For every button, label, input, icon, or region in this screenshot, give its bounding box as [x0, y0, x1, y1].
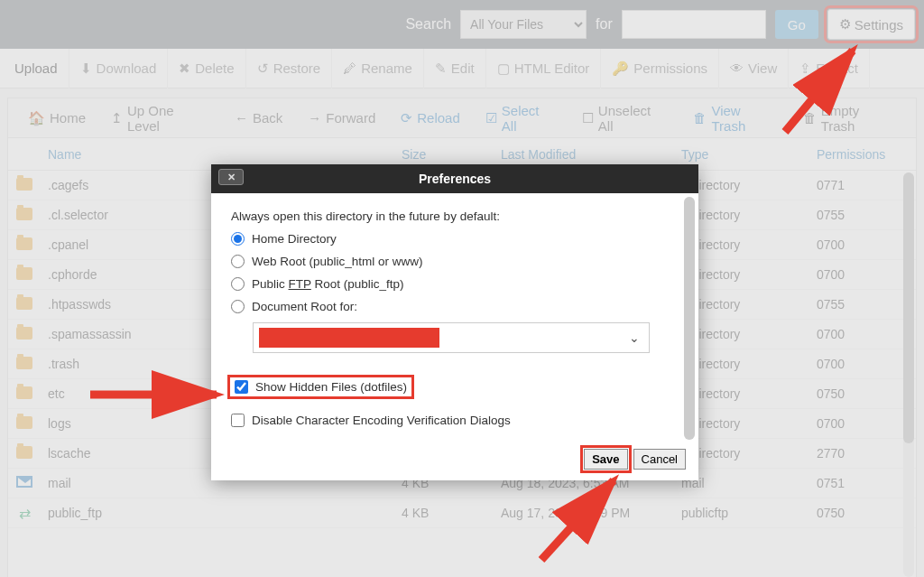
reload-icon: ⟳: [401, 110, 412, 126]
file-type: x-directory: [681, 327, 817, 341]
view-button[interactable]: 👁View: [719, 49, 789, 88]
settings-button[interactable]: ⚙ Settings: [827, 9, 915, 40]
forward-icon: →: [308, 110, 321, 126]
symlink-icon: ⇄: [19, 506, 31, 521]
folder-icon: [16, 386, 32, 399]
file-scrollbar[interactable]: [903, 172, 914, 577]
settings-label: Settings: [855, 17, 903, 33]
radio-docroot[interactable]: Document Root for:: [231, 300, 679, 313]
delete-button[interactable]: ✖Delete: [168, 49, 245, 88]
radio-publicftp-label: Public FTP Root (public_ftp): [252, 277, 404, 291]
folder-icon: [16, 357, 32, 369]
file-permissions: 0750: [817, 506, 916, 520]
file-name: public_ftp: [41, 506, 402, 520]
modal-intro: Always open this directory in the future…: [231, 209, 679, 223]
col-modified[interactable]: Last Modified: [501, 147, 681, 162]
show-hidden-files-row[interactable]: Show Hidden Files (dotfiles): [231, 378, 411, 396]
file-permissions: 0755: [817, 208, 916, 222]
modal-title: Preferences: [419, 172, 491, 186]
restore-button[interactable]: ↺Restore: [246, 49, 333, 88]
unselect-icon: ☐: [582, 110, 594, 126]
file-type: x-directory: [681, 178, 817, 192]
up-icon: ↥: [111, 110, 123, 126]
search-scope-select[interactable]: All Your Files: [460, 10, 587, 39]
upload-button[interactable]: Upload: [4, 49, 69, 88]
radio-publicftp[interactable]: Public FTP Root (public_ftp): [231, 277, 679, 291]
rename-button[interactable]: 🖉Rename: [332, 49, 424, 88]
file-type: mail: [681, 476, 817, 490]
col-size[interactable]: Size: [402, 147, 501, 162]
chevron-down-icon: ⌄: [629, 330, 640, 345]
file-type: x-directory: [681, 416, 817, 431]
for-label: for: [596, 16, 613, 33]
up-one-level-button[interactable]: ↥Up One Level: [98, 98, 222, 138]
file-type: x-directory: [681, 357, 817, 371]
col-name[interactable]: Name: [41, 147, 402, 162]
empty-trash-button[interactable]: 🗑Empty Trash: [790, 98, 909, 138]
folder-icon: [16, 267, 32, 280]
folder-icon: [16, 446, 32, 459]
modal-body: Always open this directory in the future…: [211, 193, 698, 443]
search-input[interactable]: [622, 10, 766, 39]
radio-publicftp-input[interactable]: [231, 277, 245, 291]
col-type[interactable]: Type: [681, 147, 817, 162]
file-permissions: 2770: [817, 446, 916, 461]
file-permissions: 0755: [817, 297, 916, 312]
disable-encoding-label: Disable Character Encoding Verification …: [252, 414, 511, 427]
permissions-button[interactable]: 🔑Permissions: [601, 49, 719, 88]
view-trash-button[interactable]: 🗑View Trash: [680, 98, 790, 138]
docroot-select[interactable]: ⌄: [253, 322, 650, 353]
disable-encoding-row[interactable]: Disable Character Encoding Verification …: [231, 414, 679, 427]
reload-button[interactable]: ⟳Reload: [388, 98, 473, 138]
file-type: x-directory: [681, 267, 817, 282]
radio-webroot-input[interactable]: [231, 255, 245, 268]
download-button[interactable]: ⬇Download: [69, 49, 169, 88]
radio-home-input[interactable]: [231, 232, 245, 246]
mail-icon: [16, 476, 32, 488]
edit-button[interactable]: ✎Edit: [424, 49, 486, 88]
restore-icon: ↺: [257, 60, 269, 77]
folder-icon: [16, 416, 32, 429]
table-row[interactable]: ⇄public_ftp4 KBAug 17, 2023, 5:39 PMpubl…: [8, 498, 916, 528]
modal-scrollbar[interactable]: [684, 197, 695, 440]
col-permissions[interactable]: Permissions: [817, 147, 916, 162]
modal-close-button[interactable]: ✕: [218, 169, 244, 185]
file-size: 4 KB: [402, 506, 501, 520]
folder-icon: [16, 297, 32, 310]
modal-header: ✕ Preferences: [211, 164, 698, 193]
preferences-modal: ✕ Preferences Always open this directory…: [211, 164, 698, 480]
modal-footer: Save Cancel: [211, 443, 698, 480]
close-icon: ✕: [227, 172, 236, 183]
extract-button[interactable]: ⇪Extract: [789, 49, 870, 88]
home-button[interactable]: 🏠Home: [15, 98, 98, 138]
radio-webroot-label: Web Root (public_html or www): [252, 255, 423, 268]
show-hidden-files-checkbox[interactable]: [235, 380, 248, 394]
save-button[interactable]: Save: [584, 449, 627, 470]
forward-button[interactable]: →Forward: [295, 98, 388, 138]
file-type: x-directory: [681, 446, 817, 461]
go-button[interactable]: Go: [775, 10, 818, 39]
file-permissions: 0700: [817, 416, 916, 431]
html-editor-button[interactable]: ▢HTML Editor: [486, 49, 602, 88]
back-icon: ←: [235, 110, 248, 126]
file-type: x-directory: [681, 297, 817, 312]
file-type: x-directory: [681, 386, 817, 401]
cancel-button[interactable]: Cancel: [633, 449, 686, 470]
file-type: publicftp: [681, 506, 817, 520]
select-all-button[interactable]: ☑Select All: [473, 98, 569, 138]
unselect-all-button[interactable]: ☐Unselect All: [569, 98, 681, 138]
folder-icon: [16, 237, 32, 250]
radio-docroot-label: Document Root for:: [252, 300, 357, 313]
back-button[interactable]: ←Back: [222, 98, 295, 138]
rename-icon: 🖉: [343, 60, 356, 76]
radio-home[interactable]: Home Directory: [231, 232, 679, 246]
file-permissions: 0751: [817, 476, 916, 490]
radio-webroot[interactable]: Web Root (public_html or www): [231, 255, 679, 268]
radio-docroot-input[interactable]: [231, 300, 245, 313]
redacted-domain: [259, 328, 439, 348]
search-bar: Search All Your Files for Go ⚙ Settings: [0, 0, 924, 49]
disable-encoding-checkbox[interactable]: [231, 414, 245, 427]
show-hidden-files-label: Show Hidden Files (dotfiles): [255, 380, 407, 394]
download-icon: ⬇: [80, 60, 92, 77]
edit-icon: ✎: [435, 60, 447, 77]
